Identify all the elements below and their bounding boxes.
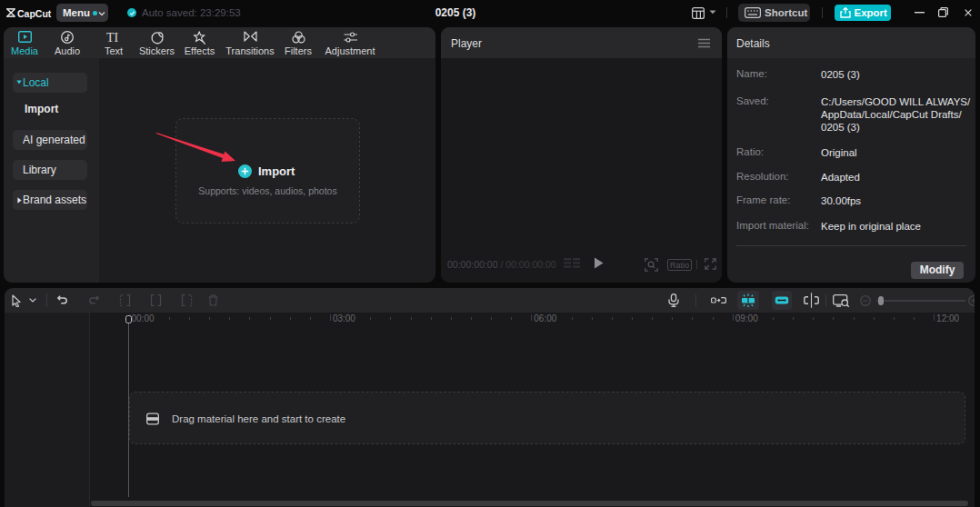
svg-text:TI: TI [106,31,119,43]
